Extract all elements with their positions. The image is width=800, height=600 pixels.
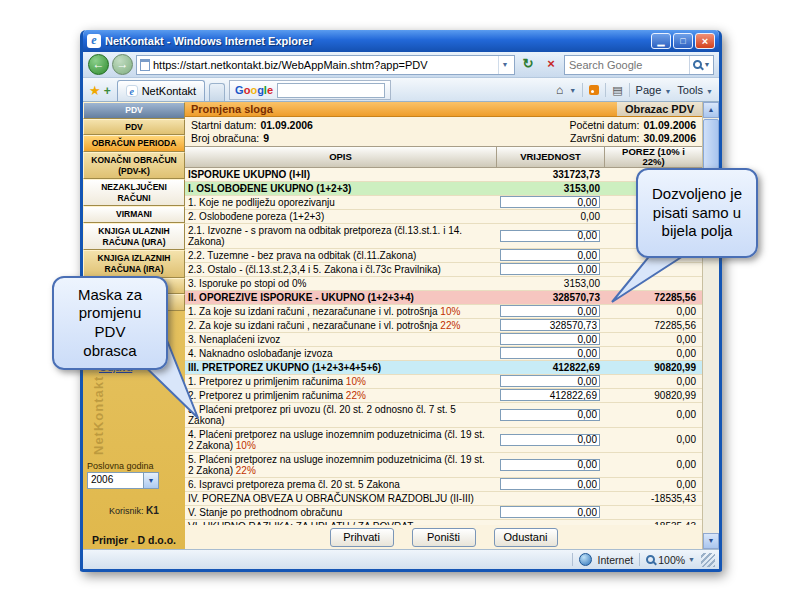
value-input[interactable] <box>500 249 600 261</box>
form-row: 6. Ispravci pretporeza prema čl. 20 st. … <box>185 478 702 492</box>
search-button[interactable]: ▼ <box>689 56 713 74</box>
zoom-control[interactable]: 100% ▼ <box>646 554 695 566</box>
ie-logo-icon: e <box>87 34 101 48</box>
minimize-button[interactable]: ▁ <box>651 33 671 49</box>
address-dropdown-icon[interactable]: ▼ <box>498 56 511 74</box>
user-label: Korisnik: <box>109 506 144 516</box>
print-icon[interactable]: ▤ <box>612 84 622 97</box>
tax-cell: 90820,99 <box>604 362 702 373</box>
sidebar-item-virmani[interactable]: VIRMANI <box>83 206 185 223</box>
forward-button[interactable]: → <box>112 54 133 75</box>
form-row: 1. Pretporez u primljenim računima 10%0,… <box>185 375 702 389</box>
business-year-select[interactable]: 2006 ▼ <box>87 472 159 489</box>
form-row: III. PRETPOREZ UKUPNO (1+2+3+4+5+6)41282… <box>185 361 702 375</box>
netkontakt-watermark: NetKontakt <box>91 375 106 454</box>
tax-cell: 72285,56 <box>604 320 702 331</box>
resize-grip[interactable] <box>701 553 715 567</box>
sidebar-item-nezakljuceni-racuni[interactable]: NEZAKLJUČENI RAČUNI <box>83 179 185 206</box>
info-row: Startni datum: 01.09.2006 Početni datum:… <box>191 119 696 131</box>
tax-rate-label: 22% <box>438 320 461 331</box>
begin-date-value: 01.09.2006 <box>643 119 696 131</box>
form-row: 2. Za koje su izdani računi , nezaračuna… <box>185 319 702 333</box>
end-date-value: 30.09.2006 <box>643 132 696 144</box>
value-cell <box>496 375 604 387</box>
form-header: Promjena sloga Obrazac PDV <box>185 102 702 117</box>
start-date-value: 01.09.2006 <box>260 119 313 131</box>
home-icon[interactable]: ⌂ <box>556 83 563 97</box>
value-cell: 331723,73 <box>496 169 604 180</box>
sidebar-item-knjiga-izlaznih-racuna-ira[interactable]: KNJIGA IZLAZNIH RAČUNA (IRA) <box>83 250 185 277</box>
row-label: 5. Plaćeni pretporez na usluge inozemnim… <box>185 453 496 477</box>
search-input[interactable] <box>565 59 689 71</box>
row-label: 2.3. Ostalo - (čl.13.st.2,3,4 i 5. Zakon… <box>185 263 496 276</box>
tax-cell: 0,00 <box>604 334 702 345</box>
close-button[interactable]: × <box>695 33 715 49</box>
maximize-button[interactable]: □ <box>673 33 693 49</box>
value-input[interactable] <box>500 347 600 359</box>
tax-rate-label: 22% <box>233 465 256 476</box>
value-input[interactable] <box>500 305 600 317</box>
favorites-star-icon[interactable]: ★ <box>89 85 101 97</box>
user-value: K1 <box>146 505 159 516</box>
google-toolbar: Google <box>229 80 391 100</box>
new-tab-button[interactable] <box>209 83 225 101</box>
value-cell <box>496 196 604 208</box>
refresh-button[interactable]: ↻ <box>518 55 538 75</box>
back-button[interactable]: ← <box>88 54 109 75</box>
page-menu[interactable]: Page ▼ <box>636 84 672 96</box>
value-input[interactable] <box>500 375 600 387</box>
value-input[interactable] <box>500 319 600 331</box>
odustani-button[interactable]: Odustani <box>494 528 558 547</box>
google-search-input[interactable] <box>277 83 385 98</box>
title-bar[interactable]: e NetKontakt - Windows Internet Explorer… <box>83 30 719 52</box>
form-row: ISPORUKE UKUPNO (I+II)331723,73 <box>185 168 702 182</box>
form-row: V. Stanje po prethodnom obračunu <box>185 506 702 520</box>
form-row: 3. Plaćeni pretporez pri uvozu (čl. 20 s… <box>185 403 702 428</box>
sidebar-item-pdv[interactable]: PDV <box>83 119 185 136</box>
value-input[interactable] <box>500 459 600 471</box>
tax-rate-label: 22% <box>343 390 366 401</box>
copyright: © fraktal d.o.o., Zadar <box>83 546 185 549</box>
stop-button[interactable]: × <box>541 55 561 75</box>
sidebar-item-obracun-perioda[interactable]: OBRAČUN PERIODA <box>83 135 185 152</box>
address-input[interactable] <box>153 57 495 73</box>
search-icon <box>693 60 702 69</box>
rss-feed-icon[interactable] <box>589 85 599 95</box>
tab-label: NetKontakt <box>142 85 196 97</box>
row-label: 3. Isporuke po stopi od 0% <box>185 277 496 290</box>
tools-menu[interactable]: Tools ▼ <box>677 84 713 96</box>
value-input[interactable] <box>500 263 600 275</box>
value-cell <box>496 305 604 317</box>
calc-number-label: Broj obračuna: <box>191 132 259 144</box>
chevron-down-icon: ▼ <box>704 61 711 68</box>
ponisti-button[interactable]: Poništi <box>412 528 476 547</box>
value-input[interactable] <box>500 434 600 446</box>
value-input[interactable] <box>500 196 600 208</box>
zoom-level: 100% <box>658 554 685 566</box>
value-input[interactable] <box>500 409 600 421</box>
form-row: 5. Plaćeni pretporez na usluge inozemnim… <box>185 453 702 478</box>
value-cell: 328570,73 <box>496 292 604 303</box>
tab-netkontakt[interactable]: e NetKontakt <box>117 80 205 101</box>
user-line: Korisnik: K1 <box>83 505 185 516</box>
form-title: Promjena sloga <box>185 102 617 116</box>
value-input[interactable] <box>500 478 600 490</box>
google-logo: Google <box>235 84 273 96</box>
separator <box>572 553 573 566</box>
sidebar-item-konacni-obracun-pdv-k[interactable]: KONAČNI OBRAČUN (PDV-K) <box>83 152 185 179</box>
scroll-up-icon[interactable]: ▲ <box>703 102 719 118</box>
scroll-down-icon[interactable]: ▼ <box>703 533 719 549</box>
add-favorite-icon[interactable]: + <box>104 85 111 97</box>
value-input[interactable] <box>500 506 600 518</box>
prihvati-button[interactable]: Prihvati <box>330 528 394 547</box>
value-input[interactable] <box>500 230 600 242</box>
row-label: 6. Ispravci pretporeza prema čl. 20 st. … <box>185 478 496 491</box>
form-row: IV. POREZNA OBVEZA U OBRAČUNSKOM RAZDOBL… <box>185 492 702 506</box>
business-year-label: Poslovna godina <box>83 459 185 472</box>
value-input[interactable] <box>500 333 600 345</box>
sidebar-item-knjiga-ulaznih-racuna-ura[interactable]: KNJIGA ULAZNIH RAČUNA (URA) <box>83 223 185 250</box>
value-input[interactable] <box>500 389 600 401</box>
column-vrijednost: VRIJEDNOST <box>496 147 604 167</box>
form-rows: ISPORUKE UKUPNO (I+II)331723,73I. OSLOBO… <box>185 168 702 525</box>
row-label: 1. Koje ne podliježu oporezivanju <box>185 196 496 209</box>
